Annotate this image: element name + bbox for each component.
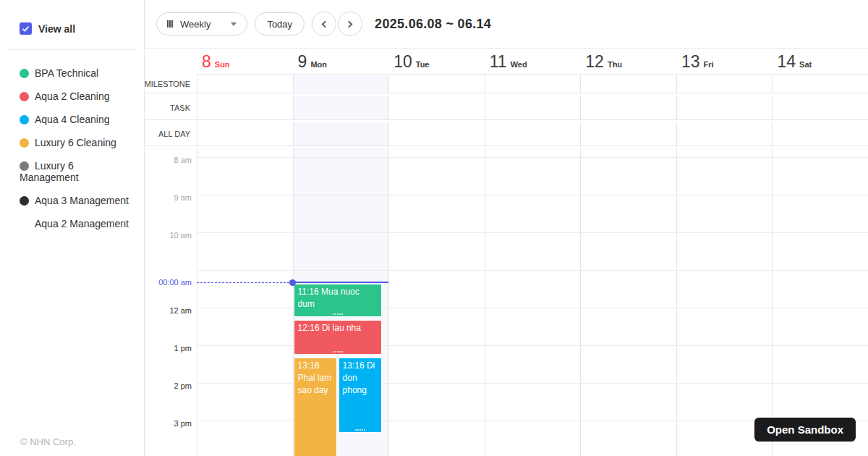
chevron-left-icon xyxy=(322,20,329,28)
panel-cell[interactable] xyxy=(676,122,773,145)
calendar-list-item[interactable]: Luxury 6 Management xyxy=(0,154,135,189)
hour-label: 2 pm xyxy=(174,380,192,392)
copyright-text: © NHN Corp. xyxy=(20,436,76,447)
panel-cell[interactable] xyxy=(676,75,773,93)
panel-cell[interactable] xyxy=(676,96,773,119)
panel-cell[interactable] xyxy=(580,75,676,93)
event-block[interactable]: 12:16 Di lau nha xyxy=(294,320,382,355)
panel-cell[interactable] xyxy=(580,96,676,119)
event-block[interactable]: 13:16 Di don phong xyxy=(339,358,382,433)
panel-label: TASK xyxy=(145,96,197,119)
day-number: 9 xyxy=(298,52,307,72)
event-resize-handle[interactable] xyxy=(359,429,361,431)
events-layer: 11:16 Mua nuoc dum 12:16 Di lau nha 13:1… xyxy=(293,148,389,456)
today-button[interactable]: Today xyxy=(255,12,305,35)
panel-cell[interactable] xyxy=(293,75,389,93)
sidebar-divider xyxy=(7,49,137,50)
day-name: Fri xyxy=(703,60,713,69)
day-header-cell[interactable]: 10 Tue xyxy=(388,49,485,74)
panel-cell[interactable] xyxy=(197,96,293,119)
calendar-list-item[interactable]: Aqua 2 Management xyxy=(0,212,135,235)
time-column-fri[interactable] xyxy=(676,148,773,456)
day-header-cell[interactable]: 11 Wed xyxy=(485,49,581,74)
panel-cell[interactable] xyxy=(293,96,389,119)
calendar-list-item[interactable]: Aqua 3 Management xyxy=(0,189,135,212)
day-header-cell[interactable]: 14 Sat xyxy=(772,49,868,74)
view-all-row[interactable]: View all xyxy=(0,0,144,35)
time-column-sun[interactable] xyxy=(197,148,293,456)
day-number: 12 xyxy=(585,52,604,72)
current-time-dashed-line xyxy=(197,282,293,283)
panel-cell[interactable] xyxy=(772,75,868,93)
hour-label: 10 am xyxy=(169,229,192,241)
time-column-sat[interactable] xyxy=(772,148,868,456)
calendar-name: BPA Technical xyxy=(35,67,98,79)
prev-week-button[interactable] xyxy=(312,12,336,36)
chevron-down-icon xyxy=(231,22,237,26)
open-sandbox-button[interactable]: Open Sandbox xyxy=(754,418,856,442)
panel-cell[interactable] xyxy=(772,122,868,145)
calendar-color-dot xyxy=(20,161,29,171)
event-title: 13:16 Di don phong xyxy=(343,360,375,395)
event-block[interactable]: 13:16 Phai lam sao day xyxy=(294,358,337,456)
calendar-list-item[interactable]: BPA Technical xyxy=(0,62,135,85)
day-number: 14 xyxy=(777,52,796,72)
panel-cell[interactable] xyxy=(485,75,581,93)
panel-cell[interactable] xyxy=(197,75,293,93)
panel-cell[interactable] xyxy=(388,122,485,145)
day-name: Mon xyxy=(310,60,327,69)
calendar-list-item[interactable]: Luxury 6 Cleaning xyxy=(0,131,135,154)
day-name: Sat xyxy=(799,60,812,69)
calendar-list-item[interactable]: Aqua 4 Cleaning xyxy=(0,108,135,131)
day-number: 13 xyxy=(681,52,700,72)
day-number: 11 xyxy=(490,52,507,72)
hour-label: 12 am xyxy=(169,305,192,316)
calendar-name: Aqua 3 Management xyxy=(35,195,129,206)
event-block[interactable]: 11:16 Mua nuoc dum xyxy=(294,284,382,317)
checkmark-icon xyxy=(22,25,30,33)
view-selector-dropdown[interactable]: Weekly xyxy=(156,12,247,35)
view-all-checkbox[interactable] xyxy=(20,22,32,35)
panel-cell[interactable] xyxy=(485,96,581,119)
event-resize-handle[interactable] xyxy=(337,351,339,352)
panel-cell[interactable] xyxy=(293,122,389,145)
weekly-view-icon xyxy=(167,20,169,28)
panel-cell[interactable] xyxy=(388,96,485,119)
chevron-right-icon xyxy=(346,20,353,28)
panel-cell[interactable] xyxy=(485,122,581,145)
day-name: Thu xyxy=(608,60,622,69)
day-header-cell[interactable]: 8 Sun xyxy=(197,49,293,74)
panel-cell[interactable] xyxy=(197,122,293,145)
event-resize-handle[interactable] xyxy=(337,313,339,315)
panel-label: MILESTONE xyxy=(145,75,197,93)
calendar-list-item[interactable]: Aqua 2 Cleaning xyxy=(0,85,135,108)
toolbar: Weekly Today 2025.06.08 ~ 06.14 xyxy=(145,0,868,48)
calendar-list: BPA Technical Aqua 2 Cleaning Aqua 4 Cle… xyxy=(0,56,144,235)
time-column-tue[interactable] xyxy=(388,148,485,456)
hour-label: 9 am xyxy=(174,192,192,203)
panel-row-task: TASK xyxy=(145,96,868,120)
calendar-name: Aqua 2 Management xyxy=(35,218,129,229)
event-title: 11:16 Mua nuoc dum xyxy=(298,287,359,309)
current-time-line xyxy=(293,282,389,283)
calendar-name: Aqua 4 Cleaning xyxy=(35,114,110,125)
panel-cell[interactable] xyxy=(388,75,485,93)
next-week-button[interactable] xyxy=(338,12,362,36)
day-header-cell[interactable]: 9 Mon xyxy=(293,49,389,74)
calendar-color-dot xyxy=(20,69,29,78)
panel-label: ALL DAY xyxy=(145,122,197,145)
day-header-cell[interactable]: 12 Thu xyxy=(580,49,676,74)
calendar-color-dot xyxy=(20,92,29,101)
current-time-dot xyxy=(289,279,296,286)
event-title: 12:16 Di lau nha xyxy=(298,323,361,333)
time-column-wed[interactable] xyxy=(485,148,581,456)
hour-label: 1 pm xyxy=(174,342,192,354)
panel-row-milestone: MILESTONE xyxy=(145,75,868,93)
panel-cell[interactable] xyxy=(772,96,868,119)
time-column-thu[interactable] xyxy=(580,148,676,456)
day-header-cell[interactable]: 13 Fri xyxy=(676,49,773,74)
panel-cell[interactable] xyxy=(580,122,676,145)
day-name-header: 8 Sun 9 Mon 10 Tue 11 Wed 12 Thu 13 Fri … xyxy=(197,49,868,75)
hour-labels-column: 8 am9 am10 am12 am1 pm2 pm3 pm00:00 am xyxy=(145,148,197,456)
calendar-color-dot xyxy=(20,196,29,206)
